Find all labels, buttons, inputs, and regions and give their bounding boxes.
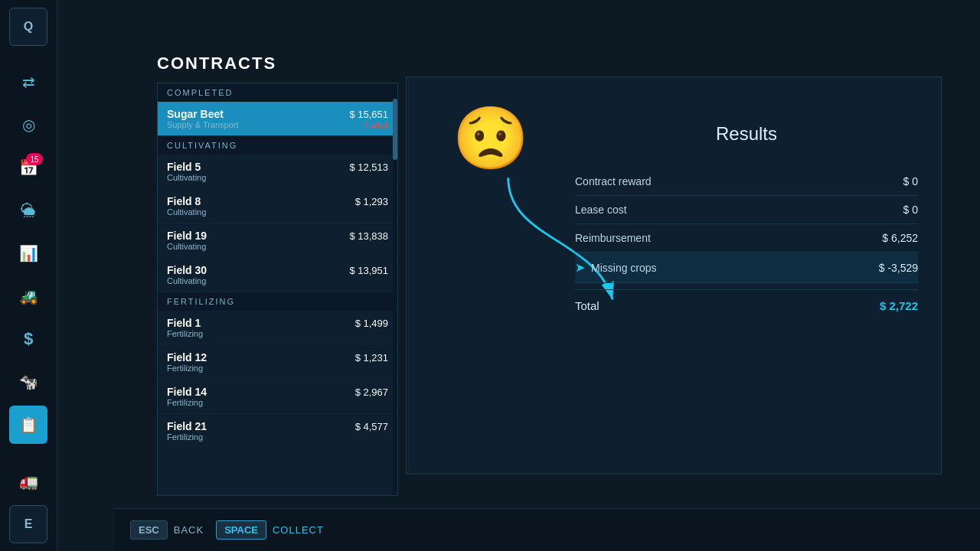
contract-reward-row: Contract reward $ 0	[575, 168, 918, 196]
cultivating-section-header: CULTIVATING	[158, 136, 397, 155]
lease-cost-label: Lease cost	[575, 204, 627, 216]
contract-field8[interactable]: Field 8 $ 1,293 Cultivating	[158, 189, 397, 223]
contract-reward-label: Contract reward	[575, 175, 652, 187]
scrollbar[interactable]	[393, 83, 397, 495]
contract-amount: $ 13,951	[349, 265, 388, 276]
steering-icon[interactable]: ◎	[9, 106, 47, 144]
contract-sugar-beet[interactable]: Sugar Beet $ 15,651 Supply & Transport F…	[158, 102, 397, 136]
contract-sub: Supply & Transport	[167, 120, 239, 129]
contract-name: Field 14	[167, 386, 207, 398]
money-icon[interactable]: $	[9, 320, 47, 358]
results-panel: 😟 Results Contract reward $ 0 Lease cost…	[406, 77, 942, 474]
contract-amount: $ 2,967	[355, 386, 388, 398]
contract-status: Failed	[365, 120, 388, 129]
transport-icon[interactable]: 🚛	[9, 462, 47, 500]
contract-amount: $ 13,838	[349, 230, 388, 242]
back-label: BACK	[174, 524, 204, 536]
contract-amount: $ 15,651	[349, 109, 388, 120]
main-area: CONTRACTS COMPLETED Sugar Beet $ 15,651 …	[57, 0, 980, 551]
contract-sub: Cultivating	[167, 173, 388, 182]
fertilizing-section-header: FERTILIZING	[158, 292, 397, 311]
contract-sub: Fertilizing	[167, 364, 388, 373]
contract-sub: Fertilizing	[167, 432, 388, 442]
contract-name: Field 5	[167, 161, 201, 173]
contracts-icon[interactable]: 📋	[9, 406, 47, 444]
contract-field12[interactable]: Field 12 $ 1,231 Fertilizing	[158, 345, 397, 380]
space-key: SPACE	[216, 520, 266, 540]
page-title: CONTRACTS	[157, 54, 398, 73]
weather-icon[interactable]: 🌦	[9, 191, 47, 230]
contract-field5[interactable]: Field 5 $ 12,513 Cultivating	[158, 155, 397, 189]
contract-sub: Cultivating	[167, 276, 388, 285]
animals-icon[interactable]: 🐄	[9, 363, 47, 401]
contract-name: Field 19	[167, 230, 207, 242]
contract-field21[interactable]: Field 21 $ 4,577 Fertilizing	[158, 414, 397, 448]
contract-name: Sugar Beet	[167, 108, 224, 120]
completed-section-header: COMPLETED	[158, 83, 397, 102]
collect-label: COLLECT	[273, 524, 324, 536]
contract-name: Field 21	[167, 420, 207, 432]
lease-cost-value: $ 0	[903, 204, 918, 216]
results-content: Results Contract reward $ 0 Lease cost $…	[575, 123, 918, 320]
contract-sub: Cultivating	[167, 207, 388, 217]
total-row: Total $ 2,722	[575, 289, 918, 320]
contract-name: Field 30	[167, 264, 207, 276]
exchange-icon[interactable]: ⇄	[9, 63, 47, 101]
q-key-button[interactable]: Q	[9, 8, 47, 46]
missing-crops-label: ➤ Missing crops	[575, 260, 657, 275]
contract-name: Field 12	[167, 351, 207, 364]
missing-crops-row: ➤ Missing crops $ -3,529	[575, 253, 918, 283]
tractor-icon[interactable]: 🚜	[9, 277, 47, 315]
missing-crops-value: $ -3,529	[879, 262, 918, 274]
contract-name: Field 8	[167, 195, 201, 207]
total-value: $ 2,722	[880, 299, 918, 312]
sidebar: Q ⇄ ◎ 📅 🌦 📊 🚜 $ 🐄 📋 🚛 E	[0, 0, 57, 551]
reimbursement-value: $ 6,252	[882, 232, 918, 244]
contract-name: Field 1	[167, 317, 201, 329]
esc-key: ESC	[130, 520, 168, 540]
contracts-panel: CONTRACTS COMPLETED Sugar Beet $ 15,651 …	[157, 54, 398, 490]
contract-sub: Fertilizing	[167, 329, 388, 338]
contract-amount: $ 1,231	[355, 352, 388, 364]
results-title: Results	[575, 123, 918, 145]
contract-reward-value: $ 0	[903, 175, 918, 187]
arrow-indicator-icon: ➤	[575, 260, 585, 275]
reimbursement-label: Reimbursement	[575, 232, 651, 244]
calendar-icon[interactable]: 📅	[9, 148, 47, 187]
contract-amount: $ 4,577	[355, 421, 388, 432]
contract-sub: Cultivating	[167, 242, 388, 251]
contract-field14[interactable]: Field 14 $ 2,967 Fertilizing	[158, 380, 397, 414]
sad-emoji: 😟	[452, 104, 529, 172]
emoji-container: 😟	[452, 108, 529, 169]
contracts-list: COMPLETED Sugar Beet $ 15,651 Supply & T…	[157, 83, 398, 496]
contract-field1[interactable]: Field 1 $ 1,499 Fertilizing	[158, 311, 397, 345]
lease-cost-row: Lease cost $ 0	[575, 196, 918, 224]
space-collect-button[interactable]: SPACE COLLECT	[216, 520, 324, 540]
scrollbar-thumb[interactable]	[393, 99, 397, 160]
contract-amount: $ 12,513	[349, 161, 388, 173]
reimbursement-row: Reimbursement $ 6,252	[575, 224, 918, 253]
e-key-button[interactable]: E	[9, 505, 47, 543]
total-label: Total	[575, 299, 599, 312]
stats-icon[interactable]: 📊	[9, 234, 47, 272]
contract-field30[interactable]: Field 30 $ 13,951 Cultivating	[158, 258, 397, 292]
esc-back-button[interactable]: ESC BACK	[130, 520, 204, 540]
contract-amount: $ 1,499	[355, 318, 388, 329]
bottom-bar: ESC BACK SPACE COLLECT	[115, 508, 980, 551]
contract-amount: $ 1,293	[355, 196, 388, 207]
contract-field19[interactable]: Field 19 $ 13,838 Cultivating	[158, 223, 397, 258]
contract-sub: Fertilizing	[167, 398, 388, 407]
